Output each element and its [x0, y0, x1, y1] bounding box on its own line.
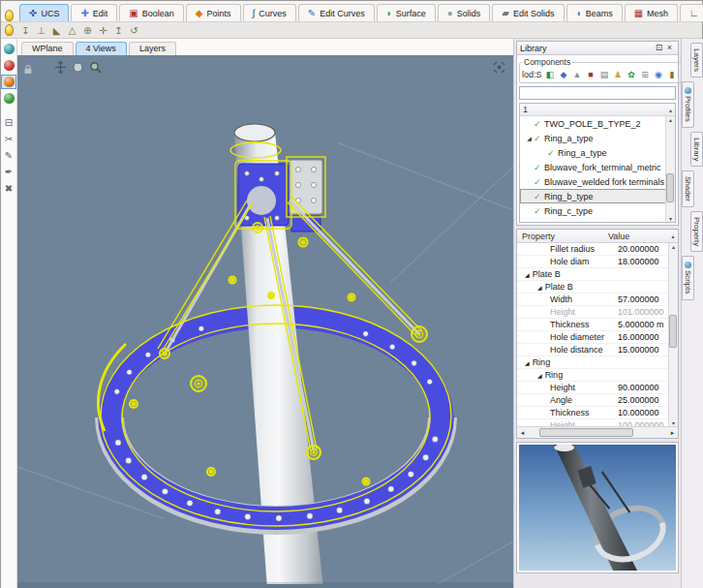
dock-tab-layers[interactable]: Layers: [690, 43, 703, 77]
close-icon[interactable]: ×: [664, 43, 675, 53]
property-row-plate-b[interactable]: ◢Plate B: [517, 281, 678, 294]
tree-item-bluwave-welded-fork-terminals[interactable]: ✓Bluwave_welded fork terminals: [520, 174, 675, 189]
property-row-thickness[interactable]: Thickness5.000000 m: [517, 319, 678, 331]
green-material-icon[interactable]: [1, 91, 16, 106]
hint-bulb-icon[interactable]: [5, 24, 14, 36]
property-row-angle[interactable]: Angle25.000000: [517, 394, 678, 407]
tree-scrollbar[interactable]: ▴ ▾: [665, 116, 675, 222]
dock-tab-scripts[interactable]: Scripts: [682, 256, 694, 299]
tree-item-two-pole-b-type-2[interactable]: ✓TWO_POLE_B_TYPE_2: [520, 116, 675, 131]
expander-icon[interactable]: ◢: [525, 135, 534, 141]
scroll-up-icon[interactable]: ▴: [672, 243, 675, 250]
pan-arrows-icon[interactable]: [54, 61, 67, 74]
scroll-up-icon[interactable]: ▴: [669, 107, 672, 113]
ribbon-tab-beams[interactable]: ◖Beams: [566, 4, 623, 21]
tree-item-bluwave-fork-terminal-metric[interactable]: ✓Bluwave_fork_terminal_metric: [520, 160, 675, 174]
property-row-hole-diam[interactable]: Hole diam18.000000: [517, 256, 678, 268]
scroll-right-icon[interactable]: ▸: [667, 429, 678, 437]
ucs-previous-icon[interactable]: ↺: [127, 23, 141, 37]
ucs-object-icon[interactable]: △: [65, 23, 79, 37]
expander-icon[interactable]: ◢: [525, 272, 530, 278]
viewport-tab-4-views[interactable]: 4 Views: [76, 42, 127, 55]
property-row-plate-b[interactable]: ◢Plate B: [517, 268, 678, 281]
viewport-3d[interactable]: [17, 55, 513, 588]
component-cylinder-icon[interactable]: ▮: [666, 68, 679, 80]
property-row-height[interactable]: Height90.000000: [517, 382, 678, 394]
scroll-up-icon[interactable]: ▴: [669, 116, 672, 123]
viewport-tab-wplane[interactable]: WPlane: [21, 42, 74, 55]
property-scrollbar[interactable]: ▴ ▾: [668, 243, 678, 426]
render-ring-icon[interactable]: [1, 58, 16, 73]
scrollbar-thumb[interactable]: [539, 428, 634, 437]
component-person-icon[interactable]: ◉: [653, 68, 665, 80]
value-column-header[interactable]: Value: [608, 232, 668, 241]
property-row-thickness[interactable]: Thickness10.000000: [517, 407, 678, 419]
component-flask-icon[interactable]: ▲: [571, 68, 584, 80]
dock-tab-profiles[interactable]: Profiles: [682, 81, 694, 128]
ribbon-tab-points[interactable]: ◆Points: [186, 4, 241, 21]
tree-item-ring-a-type[interactable]: ✓Ring_a_type: [520, 145, 675, 160]
fit-view-icon[interactable]: [493, 61, 505, 74]
property-row-width[interactable]: Width57.000000: [517, 294, 678, 306]
component-document-icon[interactable]: ▤: [598, 68, 611, 80]
property-column-header[interactable]: Property: [517, 232, 608, 241]
shaded-view-icon[interactable]: [1, 42, 16, 56]
dock-tab-library[interactable]: Library: [690, 132, 703, 167]
pen-icon[interactable]: ✒: [1, 165, 16, 179]
ribbon-tab-surface[interactable]: ◗Surface: [377, 4, 436, 21]
property-row-hole-diameter[interactable]: Hole diameter16.000000: [517, 331, 678, 344]
lock-icon[interactable]: [21, 63, 34, 76]
component-red-box-icon[interactable]: ■: [585, 68, 597, 80]
orbit-sphere-icon[interactable]: [72, 61, 84, 74]
property-row-ring[interactable]: ◢Ring: [517, 369, 678, 382]
ribbon-tab-ucs[interactable]: ✜UCS: [19, 4, 69, 21]
tree-item-ring-c-type[interactable]: ✓Ring_c_type: [520, 203, 675, 218]
ucs-world-icon[interactable]: ↧: [18, 23, 33, 37]
property-hscrollbar[interactable]: ◂ ▸: [517, 426, 678, 438]
component-copy-icon[interactable]: ⊞: [639, 68, 652, 80]
zoom-magnifier-icon[interactable]: [89, 61, 102, 74]
scrollbar-thumb[interactable]: [669, 315, 677, 348]
scroll-left-icon[interactable]: ◂: [517, 429, 528, 437]
pin-icon[interactable]: ⊡: [654, 43, 664, 53]
expander-icon[interactable]: ◢: [537, 373, 542, 379]
ribbon-tab-edit-solids[interactable]: ▰Edit Solids: [492, 4, 564, 21]
expander-icon[interactable]: ◢: [537, 285, 542, 291]
component-blue-icon[interactable]: ◆: [558, 68, 570, 80]
component-filter-input[interactable]: [519, 86, 676, 100]
ucs-face-icon[interactable]: ⊥: [34, 23, 48, 37]
property-row-hole-distance[interactable]: Hole distance15.000000: [517, 344, 678, 356]
dock-tab-shader[interactable]: Shader: [682, 170, 694, 207]
property-row-ring[interactable]: ◢Ring: [517, 356, 678, 369]
component-leaf-icon[interactable]: ✿: [626, 68, 638, 80]
component-figure-icon[interactable]: ♟: [612, 68, 625, 80]
ribbon-tab-curves[interactable]: ∫Curves: [243, 4, 296, 21]
edit-selection-icon[interactable]: ✎: [1, 148, 16, 163]
transform-icon[interactable]: ✖: [1, 181, 16, 196]
component-new-icon[interactable]: ◧: [544, 68, 557, 80]
tree-item-ring-a-type[interactable]: ◢✓Ring_a_type: [520, 131, 675, 145]
scroll-up-icon[interactable]: ▴: [668, 232, 678, 239]
ucs-zaxis-icon[interactable]: ↥: [111, 23, 126, 37]
dock-tab-property[interactable]: Property: [690, 211, 703, 252]
ribbon-tab-edit-curves[interactable]: ✎Edit Curves: [298, 4, 375, 21]
ucs-move-icon[interactable]: ✛: [96, 23, 110, 37]
scissors-icon[interactable]: ✂: [1, 132, 16, 146]
ribbon-tab-boolean[interactable]: ▣Boolean: [119, 4, 183, 21]
orange-material-icon[interactable]: [1, 75, 16, 89]
ucs-origin-icon[interactable]: ⊕: [80, 23, 95, 37]
scroll-down-icon[interactable]: ▾: [672, 419, 675, 426]
ucs-3point-icon[interactable]: ◣: [49, 23, 64, 37]
viewport-tab-layers[interactable]: Layers: [129, 42, 176, 55]
ribbon-tab-dimension[interactable]: ∟Dimension: [680, 4, 703, 21]
property-row-height[interactable]: Height101.000000: [517, 306, 678, 319]
expander-icon[interactable]: ◢: [525, 360, 530, 366]
print-icon[interactable]: ⊟: [1, 115, 16, 130]
ribbon-tab-edit[interactable]: ✚Edit: [71, 4, 117, 21]
property-row-height[interactable]: Height100.000000: [517, 419, 678, 426]
ribbon-tab-mesh[interactable]: ▦Mesh: [625, 4, 678, 21]
tree-item-ring-b-type[interactable]: ✓Ring_b_type: [520, 189, 675, 203]
hint-bulb-icon[interactable]: [5, 10, 14, 21]
property-row-fillet-radius[interactable]: Fillet radius20.000000: [517, 243, 678, 256]
ribbon-tab-solids[interactable]: ●Solids: [438, 4, 491, 21]
